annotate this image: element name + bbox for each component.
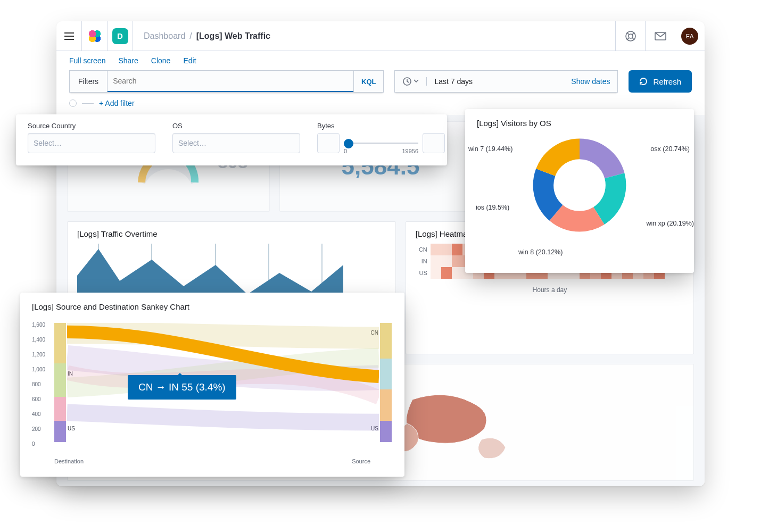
add-filter-link[interactable]: + Add filter	[99, 99, 135, 107]
pie-label-ios: ios (19.5%)	[476, 204, 509, 211]
chevron-down-icon	[414, 79, 419, 84]
bytes-min-input[interactable]	[317, 133, 340, 153]
query-bar: Filters KQL Last 7 days Show dates Refre…	[56, 70, 705, 97]
bytes-slider[interactable]: 0 19956	[344, 133, 418, 153]
header: D Dashboard / [Logs] Web Traffic EA	[56, 21, 705, 51]
refresh-icon	[639, 77, 648, 86]
sankey-ytick: 1,600	[32, 322, 45, 328]
kql-toggle[interactable]: KQL	[353, 71, 383, 92]
pie-label-win7: win 7 (19.44%)	[468, 145, 513, 153]
dashboard-actions: Full screen Share Clone Edit	[56, 51, 705, 70]
donut-chart	[532, 137, 627, 233]
traffic-title: [Logs] Traffic Overtime	[77, 229, 386, 238]
show-dates-link[interactable]: Show dates	[571, 77, 610, 86]
sankey-dest-band: IN US	[54, 323, 66, 442]
pie-title: [Logs] Visitors by OS	[477, 119, 682, 128]
share-link[interactable]: Share	[118, 56, 138, 65]
sankey-tooltip: CN → IN 55 (3.4%)	[128, 375, 236, 400]
date-picker[interactable]: Last 7 days Show dates	[394, 70, 618, 93]
sankey-plot: 1,6001,4001,2001,0008006004002000 IN US …	[32, 317, 393, 456]
sankey-ytick: 600	[32, 396, 41, 402]
account-button[interactable]: EA	[675, 21, 705, 51]
avatar: EA	[681, 28, 698, 45]
edit-link[interactable]: Edit	[183, 56, 196, 65]
visitors-by-os-card: [Logs] Visitors by OS win 7 (19.44%) osx…	[465, 109, 694, 273]
breadcrumb-parent[interactable]: Dashboard	[144, 31, 185, 41]
sankey-ytick: 1,400	[32, 337, 45, 343]
inbox-button[interactable]	[645, 21, 675, 51]
sankey-card: [Logs] Source and Destination Sankey Cha…	[20, 293, 404, 477]
menu-button[interactable]	[56, 21, 82, 51]
sankey-dest-label: Destination	[54, 458, 84, 464]
filter-toggle[interactable]	[69, 99, 77, 107]
heatmap-xlabel: Hours a day	[416, 286, 684, 294]
bytes-label: Bytes	[317, 122, 445, 130]
breadcrumb-current: [Logs] Web Traffic	[196, 31, 270, 41]
pie-label-osx: osx (20.74%)	[650, 145, 690, 153]
refresh-button[interactable]: Refresh	[629, 70, 692, 93]
breadcrumb: Dashboard / [Logs] Web Traffic	[133, 31, 270, 41]
sankey-ytick: 1,200	[32, 352, 45, 358]
sankey-ytick: 200	[32, 426, 41, 432]
pie-label-win8: win 8 (20.12%)	[518, 248, 563, 256]
fullscreen-link[interactable]: Full screen	[69, 56, 105, 65]
mail-icon	[655, 32, 666, 40]
help-button[interactable]	[615, 21, 645, 51]
sankey-title: [Logs] Source and Destination Sankey Cha…	[32, 302, 393, 311]
filters-label: Filters	[70, 71, 108, 92]
os-select[interactable]: Select…	[172, 133, 300, 153]
source-country-select[interactable]: Select…	[28, 133, 155, 153]
source-country-label: Source Country	[28, 122, 155, 130]
sankey-ytick: 400	[32, 411, 41, 417]
clock-icon	[403, 77, 411, 86]
controls-card: Source Country Select… OS Select… Bytes …	[16, 114, 447, 165]
pie-label-winxp: win xp (20.19%)	[646, 220, 694, 227]
home-button[interactable]	[82, 21, 108, 51]
clone-link[interactable]: Clone	[151, 56, 171, 65]
search-input[interactable]	[108, 71, 353, 92]
sankey-ytick: 0	[32, 441, 35, 447]
os-label: OS	[172, 122, 300, 130]
date-quick-button[interactable]	[395, 77, 427, 86]
hamburger-icon	[64, 32, 74, 40]
sankey-src-band: CN US	[380, 323, 392, 442]
search-box: Filters KQL	[69, 70, 384, 93]
lifebuoy-icon	[625, 30, 637, 42]
app-letter-icon: D	[112, 28, 128, 44]
date-range-text: Last 7 days	[434, 77, 473, 86]
bytes-max-input[interactable]	[423, 133, 445, 153]
sankey-ytick: 800	[32, 381, 41, 387]
sankey-src-label: Source	[352, 458, 370, 464]
svg-point-1	[629, 34, 633, 38]
sankey-ytick: 1,000	[32, 367, 45, 372]
app-switch-button[interactable]: D	[108, 21, 133, 51]
elastic-logo-icon	[89, 30, 101, 42]
